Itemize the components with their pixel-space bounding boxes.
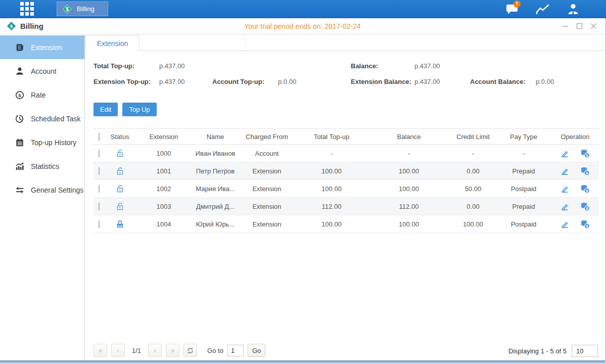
- status-lock-icon[interactable]: [105, 184, 135, 194]
- os-topbar: $ Billing !: [0, 0, 606, 18]
- account-person-icon: [15, 67, 24, 76]
- sidebar-item-label: General Settings: [31, 186, 83, 194]
- row-checkbox[interactable]: [99, 167, 100, 175]
- sidebar-item-statistics[interactable]: Statistics: [0, 154, 84, 178]
- account-topup-label: Account Top-up:: [212, 78, 264, 85]
- cell-pay-type: Prepaid: [496, 203, 551, 210]
- col-operation: Operation: [551, 133, 599, 141]
- top-up-button[interactable]: Top Up: [122, 103, 156, 116]
- sidebar-item-label: Top-up History: [31, 139, 76, 147]
- tab-extension[interactable]: Extension: [85, 35, 139, 51]
- svg-text:$: $: [586, 188, 588, 193]
- edit-row-icon[interactable]: [560, 184, 570, 194]
- status-lock-icon[interactable]: [105, 149, 135, 158]
- refresh-button[interactable]: [183, 344, 197, 357]
- status-lock-icon[interactable]: [105, 202, 135, 211]
- taskbar-item-billing[interactable]: $ Billing: [57, 2, 108, 16]
- sidebar-item-topup-history[interactable]: Top-up History: [0, 130, 84, 154]
- edit-row-icon[interactable]: [560, 149, 570, 158]
- account-balance-label: Account Balance:: [470, 78, 526, 85]
- cell-credit-limit: 0.00: [450, 167, 496, 175]
- sidebar-item-extension[interactable]: Extension: [0, 35, 84, 59]
- close-icon[interactable]: [589, 22, 598, 31]
- status-lock-icon[interactable]: [105, 219, 135, 229]
- sidebar-item-rate[interactable]: $ Rate: [0, 83, 84, 107]
- topup-row-icon[interactable]: $: [580, 219, 590, 230]
- cell-total-topup: -: [296, 150, 367, 157]
- page-size-value: 10: [572, 347, 589, 355]
- extension-topup-label: Extension Top-up:: [94, 78, 151, 85]
- extension-ledger-icon: [15, 43, 24, 52]
- sidebar: Extension Account $ Rate: [0, 34, 85, 360]
- table-header: Status Extension Name Charged From Total…: [94, 128, 599, 145]
- account-balance-value: p.0.00: [536, 78, 554, 85]
- trial-notice: Your trial period ends on: 2017-02-24: [0, 22, 605, 30]
- svg-text:$: $: [586, 170, 588, 175]
- next-page-button[interactable]: ›: [148, 344, 162, 357]
- svg-text:$: $: [586, 206, 588, 210]
- extension-table: Status Extension Name Charged From Total…: [94, 128, 599, 233]
- window-controls: [561, 22, 605, 31]
- sidebar-item-account[interactable]: Account: [0, 59, 84, 83]
- topup-row-icon[interactable]: $: [580, 166, 590, 176]
- go-button[interactable]: Go: [248, 344, 265, 357]
- sidebar-item-label: Account: [31, 67, 57, 75]
- cell-pay-type: Prepaid: [496, 167, 551, 175]
- sidebar-item-general-settings[interactable]: General Settings: [0, 178, 84, 202]
- cell-name: Мария Ива...: [193, 185, 238, 193]
- last-page-button[interactable]: »: [166, 344, 179, 357]
- svg-text:$: $: [66, 7, 69, 12]
- topup-row-icon[interactable]: $: [580, 201, 590, 212]
- goto-label: Go to: [207, 347, 223, 354]
- row-checkbox[interactable]: [99, 220, 100, 228]
- statistics-chart-icon: [15, 162, 24, 171]
- goto-page-input[interactable]: [227, 345, 244, 356]
- table-row: 1004Юрий Юрь...Extension100.00100.00100.…: [94, 215, 599, 233]
- main-content: Extension Total Top-up: p.437.00 Balance…: [85, 34, 605, 360]
- scheduled-task-clock-icon: [15, 114, 24, 123]
- cell-pay-type: Postpaid: [496, 185, 551, 193]
- sidebar-item-label: Extension: [31, 43, 62, 52]
- notifications-icon[interactable]: !: [504, 2, 521, 17]
- cell-pay-type: -: [496, 150, 551, 157]
- cell-balance: 100.00: [367, 220, 450, 228]
- page-size-select[interactable]: 10: [572, 345, 598, 357]
- billing-app-icon: $: [62, 4, 72, 14]
- extension-balance-value: p.437.00: [414, 78, 440, 85]
- cell-total-topup: 100.00: [296, 185, 367, 193]
- row-checkbox[interactable]: [99, 203, 100, 210]
- sidebar-item-scheduled-task[interactable]: Scheduled Task: [0, 107, 84, 130]
- col-charged-from: Charged From: [238, 133, 296, 141]
- row-checkbox[interactable]: [99, 150, 100, 157]
- cell-credit-limit: -: [450, 150, 496, 157]
- cell-balance: 112.00: [367, 203, 450, 210]
- app-menu-grid-icon[interactable]: [19, 2, 34, 17]
- account-topup-value: p.0.00: [278, 78, 296, 85]
- edit-row-icon[interactable]: [560, 166, 570, 176]
- maximize-icon[interactable]: [575, 22, 584, 31]
- tab-strip-spacer: [139, 35, 246, 51]
- prev-page-button[interactable]: ‹: [111, 344, 125, 357]
- row-checkbox[interactable]: [99, 185, 100, 193]
- edit-row-icon[interactable]: [560, 202, 570, 211]
- user-account-icon[interactable]: [565, 2, 582, 17]
- select-all-checkbox[interactable]: [99, 132, 100, 141]
- topbar-right-icons: !: [504, 2, 606, 17]
- displaying-text: Displaying 1 - 5 of 5: [508, 347, 567, 355]
- cell-balance: -: [367, 150, 450, 157]
- cell-name: Иван Иванов: [193, 150, 238, 157]
- topup-row-icon[interactable]: $: [580, 184, 590, 194]
- sidebar-item-label: Rate: [31, 91, 46, 99]
- first-page-button[interactable]: «: [94, 344, 107, 357]
- cell-extension: 1003: [135, 203, 193, 210]
- resource-monitor-icon[interactable]: [534, 2, 551, 17]
- col-balance: Balance: [367, 133, 450, 141]
- status-lock-icon[interactable]: [105, 166, 135, 176]
- cell-total-topup: 112.00: [296, 203, 367, 210]
- edit-row-icon[interactable]: [560, 219, 570, 229]
- topup-row-icon[interactable]: $: [580, 148, 590, 159]
- col-pay-type: Pay Type: [496, 133, 551, 141]
- minimize-icon[interactable]: [561, 22, 570, 31]
- edit-button[interactable]: Edit: [94, 103, 118, 116]
- extension-topup-value: p.437.00: [159, 78, 185, 85]
